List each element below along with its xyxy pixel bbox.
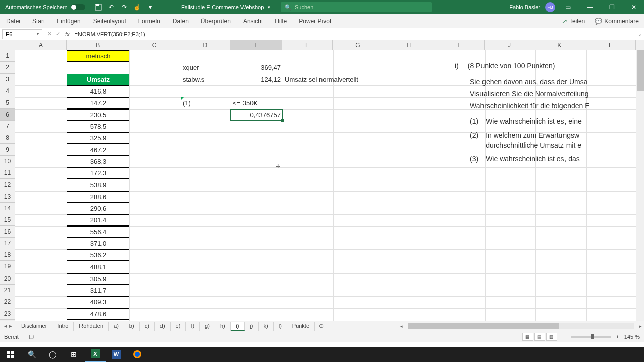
fx-icon[interactable]: fx: [65, 31, 73, 37]
horizontal-scrollbar-thumb[interactable]: [408, 323, 559, 329]
sheet-tab-h[interactable]: h): [215, 322, 231, 331]
cell-B5[interactable]: 147,2: [67, 97, 129, 109]
sheet-next-icon[interactable]: ▸: [9, 323, 12, 329]
row-header-13[interactable]: 13: [0, 191, 15, 203]
undo-icon[interactable]: ↶: [107, 3, 115, 11]
cell-B15[interactable]: 201,4: [67, 214, 129, 226]
toggle-switch[interactable]: [71, 4, 85, 10]
user-avatar[interactable]: FB: [545, 2, 555, 12]
select-all-corner[interactable]: [0, 40, 15, 50]
column-header-C[interactable]: C: [129, 40, 181, 50]
sheet-tab-Disclaimer[interactable]: Disclaimer: [16, 322, 52, 331]
row-header-10[interactable]: 10: [0, 156, 15, 167]
cells-area[interactable]: metrischUmsatz416,8147,2230,5578,5325,94…: [15, 50, 636, 321]
fill-handle[interactable]: [281, 119, 284, 122]
record-macro-icon[interactable]: ▢: [29, 333, 34, 340]
cell-B1[interactable]: metrisch: [67, 50, 129, 62]
column-header-H[interactable]: H: [383, 40, 434, 50]
row-header-21[interactable]: 21: [0, 285, 15, 296]
comments-button[interactable]: 💬Kommentare: [590, 14, 644, 28]
row-header-11[interactable]: 11: [0, 167, 15, 179]
row-header-1[interactable]: 1: [0, 50, 15, 62]
cell-B3[interactable]: Umsatz: [67, 74, 129, 85]
sheet-tab-Rohdaten[interactable]: Rohdaten: [74, 322, 109, 331]
row-header-7[interactable]: 7: [0, 121, 15, 132]
column-header-I[interactable]: I: [434, 40, 485, 50]
cell-E3[interactable]: 124,12: [231, 74, 283, 85]
search-box[interactable]: 🔍 Suchen: [281, 2, 432, 12]
ribbon-tab-überprüfen[interactable]: Überprüfen: [195, 14, 237, 28]
start-button[interactable]: [0, 347, 21, 362]
ribbon-tab-hilfe[interactable]: Hilfe: [269, 14, 293, 28]
row-header-9[interactable]: 9: [0, 144, 15, 155]
ribbon-tab-start[interactable]: Start: [26, 14, 51, 28]
column-header-G[interactable]: G: [333, 40, 383, 50]
zoom-in-button[interactable]: +: [616, 334, 619, 340]
normal-view-button[interactable]: ▦: [522, 333, 533, 341]
zoom-level[interactable]: 145 %: [624, 334, 640, 340]
row-header-3[interactable]: 3: [0, 74, 15, 85]
vertical-scrollbar[interactable]: [636, 40, 644, 321]
excel-taskbar-icon[interactable]: X: [85, 347, 106, 362]
sheet-tab-i[interactable]: i): [231, 322, 245, 331]
cell-B18[interactable]: 536,2: [67, 249, 129, 261]
cell-B16[interactable]: 556,4: [67, 226, 129, 238]
cell-B23[interactable]: 478,6: [67, 308, 129, 320]
cell-B21[interactable]: 311,7: [67, 285, 129, 296]
horizontal-scrollbar[interactable]: [408, 323, 634, 329]
cell-D3[interactable]: stabw.s: [181, 74, 231, 85]
close-button[interactable]: ✕: [624, 0, 644, 14]
formula-input[interactable]: =NORM.VERT(350;E2;E3;1): [73, 31, 636, 37]
sheet-tab-j[interactable]: j): [245, 322, 258, 331]
ribbon-display-icon[interactable]: ▭: [557, 0, 578, 14]
hscroll-left-icon[interactable]: ◂: [398, 324, 405, 329]
firefox-taskbar-icon[interactable]: [127, 347, 148, 362]
cell-B6[interactable]: 230,5: [67, 109, 129, 121]
ribbon-tab-seitenlayout[interactable]: Seitenlayout: [87, 14, 132, 28]
cell-B19[interactable]: 488,1: [67, 261, 129, 273]
row-header-23[interactable]: 23: [0, 308, 15, 320]
sheet-tab-d[interactable]: d): [155, 322, 171, 331]
ribbon-tab-power pivot[interactable]: Power Pivot: [293, 14, 337, 28]
row-header-19[interactable]: 19: [0, 261, 15, 273]
cell-B20[interactable]: 305,9: [67, 273, 129, 285]
sheet-prev-icon[interactable]: ◂: [4, 323, 7, 329]
redo-icon[interactable]: ↷: [120, 3, 128, 11]
vertical-scrollbar-thumb[interactable]: [637, 50, 644, 90]
ribbon-tab-formeln[interactable]: Formeln: [132, 14, 167, 28]
cell-B22[interactable]: 409,3: [67, 296, 129, 308]
column-header-J[interactable]: J: [485, 40, 535, 50]
column-header-A[interactable]: A: [15, 40, 67, 50]
zoom-slider[interactable]: [571, 336, 611, 338]
column-header-K[interactable]: K: [534, 40, 585, 50]
column-header-F[interactable]: F: [282, 40, 333, 50]
cell-F3[interactable]: Umsatz sei normalverteilt: [283, 74, 414, 85]
hscroll-right-icon[interactable]: ▸: [637, 324, 644, 329]
cell-B4[interactable]: 416,8: [67, 85, 129, 97]
row-header-8[interactable]: 8: [0, 132, 15, 144]
save-icon[interactable]: [94, 3, 102, 11]
cell-D5[interactable]: (1): [181, 97, 231, 109]
row-header-17[interactable]: 17: [0, 238, 15, 249]
sheet-tab-a[interactable]: a): [109, 322, 124, 331]
search-taskbar-icon[interactable]: 🔍: [21, 347, 42, 362]
cell-D2[interactable]: xquer: [181, 62, 231, 73]
sheet-tab-Intro[interactable]: Intro: [52, 322, 74, 331]
sheet-tab-k[interactable]: k): [259, 322, 274, 331]
row-header-18[interactable]: 18: [0, 249, 15, 261]
column-header-D[interactable]: D: [180, 40, 230, 50]
cell-E5[interactable]: <= 350€: [231, 97, 283, 109]
sheet-tab-Punkte[interactable]: Punkte: [287, 322, 315, 331]
qat-more-icon[interactable]: ▾: [146, 3, 154, 11]
expand-formula-bar-icon[interactable]: ⌄: [636, 31, 644, 37]
sheet-tab-g[interactable]: g): [200, 322, 215, 331]
row-header-2[interactable]: 2: [0, 62, 15, 73]
ribbon-tab-einfügen[interactable]: Einfügen: [51, 14, 87, 28]
row-header-14[interactable]: 14: [0, 203, 15, 214]
sheet-tab-b[interactable]: b): [124, 322, 140, 331]
cell-E2[interactable]: 369,47: [231, 62, 283, 73]
row-header-22[interactable]: 22: [0, 296, 15, 308]
row-header-20[interactable]: 20: [0, 273, 15, 285]
ribbon-tab-ansicht[interactable]: Ansicht: [237, 14, 269, 28]
cell-B8[interactable]: 325,9: [67, 132, 129, 144]
